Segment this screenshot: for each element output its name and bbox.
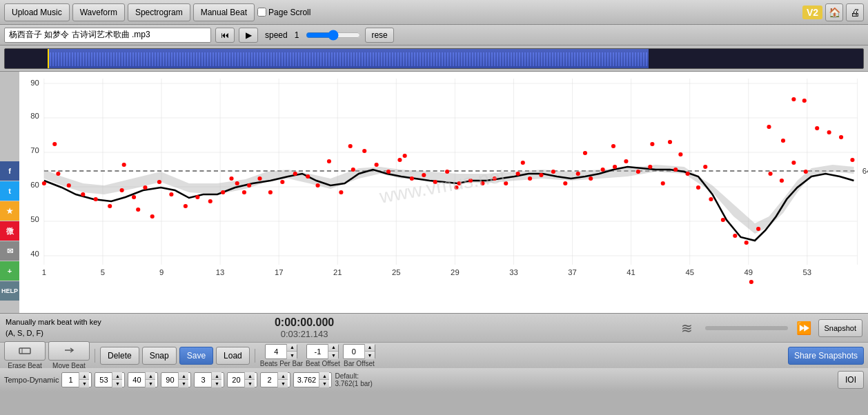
fast-forward-icon[interactable]: ⏩ bbox=[796, 321, 811, 336]
svg-point-131 bbox=[611, 144, 615, 148]
svg-point-124 bbox=[229, 176, 233, 181]
svg-point-69 bbox=[315, 183, 319, 188]
beats-per-bar-up[interactable]: ▲ bbox=[287, 344, 297, 352]
val3-input[interactable] bbox=[128, 376, 145, 384]
waveform-container[interactable] bbox=[4, 48, 864, 69]
svg-point-92 bbox=[589, 176, 593, 181]
move-beat-button[interactable] bbox=[48, 341, 90, 361]
svg-text:70: 70 bbox=[30, 146, 39, 154]
val6-spinner[interactable]: ▲ ▼ bbox=[227, 372, 257, 387]
help-button[interactable]: HELP bbox=[0, 281, 19, 301]
snapshot-button[interactable]: Snapshot bbox=[818, 319, 862, 337]
share-snapshot-button[interactable]: Share Snapshots bbox=[788, 347, 864, 365]
svg-point-115 bbox=[767, 125, 771, 129]
beats-per-bar-spinner[interactable]: ▲ ▼ bbox=[265, 344, 297, 359]
beats-per-bar-down[interactable]: ▼ bbox=[287, 352, 297, 359]
val2-input[interactable] bbox=[95, 376, 112, 384]
weibo-button[interactable]: 微 bbox=[0, 221, 19, 241]
upload-music-button[interactable]: Upload Music bbox=[4, 3, 70, 21]
bar-offset-spinner[interactable]: ▲ ▼ bbox=[343, 344, 375, 359]
svg-point-104 bbox=[733, 234, 737, 238]
beats-per-bar-input[interactable] bbox=[266, 347, 286, 356]
svg-point-130 bbox=[583, 151, 587, 155]
tempo-label: Tempo-Dynamic bbox=[4, 376, 59, 384]
svg-point-114 bbox=[850, 158, 854, 162]
bar-offset-down[interactable]: ▼ bbox=[365, 352, 375, 359]
print-icon-button[interactable]: 🖨 bbox=[846, 3, 864, 21]
time-display: 0:00:00.000 0:03:21.143 bbox=[275, 316, 334, 339]
speed-slider[interactable] bbox=[306, 30, 361, 41]
page-scroll-checkbox[interactable] bbox=[257, 8, 266, 17]
val6-input[interactable] bbox=[228, 376, 244, 384]
val7-spinner[interactable]: ▲ ▼ bbox=[260, 372, 290, 387]
move-beat-label: Move Beat bbox=[52, 362, 86, 370]
add-button[interactable]: + bbox=[0, 261, 19, 281]
svg-point-123 bbox=[150, 214, 155, 219]
snap-button[interactable]: Snap bbox=[142, 347, 177, 365]
delete-button[interactable]: Delete bbox=[100, 347, 139, 365]
manual-beat-button[interactable]: Manual Beat bbox=[193, 3, 255, 21]
svg-point-72 bbox=[351, 168, 355, 172]
reset-button[interactable]: rese bbox=[365, 28, 393, 43]
svg-point-56 bbox=[157, 180, 161, 184]
beat-offset-spinner[interactable]: ▲ ▼ bbox=[306, 344, 339, 359]
bar-offset-input[interactable] bbox=[344, 347, 364, 356]
val2-spinner[interactable]: ▲ ▼ bbox=[95, 372, 125, 387]
status-text: Manually mark beat with key (A, S, D, F) bbox=[6, 317, 101, 338]
svg-point-55 bbox=[143, 185, 147, 190]
svg-point-86 bbox=[516, 172, 520, 176]
svg-point-125 bbox=[242, 190, 246, 194]
svg-text:53: 53 bbox=[803, 268, 812, 276]
erase-beat-label: Erase Beat bbox=[8, 362, 41, 370]
svg-point-112 bbox=[827, 130, 831, 134]
bar-offset-label: Bar Offset bbox=[344, 360, 375, 367]
svg-text:40: 40 bbox=[30, 250, 39, 258]
file-name-input[interactable] bbox=[4, 28, 211, 43]
val5-spinner[interactable]: ▲ ▼ bbox=[194, 372, 224, 387]
svg-point-49 bbox=[67, 183, 71, 188]
ioi-button[interactable]: IOI bbox=[838, 371, 864, 389]
val1-spinner[interactable]: ▲ ▼ bbox=[61, 372, 92, 387]
bar-offset-up[interactable]: ▲ bbox=[365, 344, 375, 352]
val5-input[interactable] bbox=[195, 376, 211, 384]
val8-input[interactable] bbox=[294, 376, 319, 384]
star-button[interactable]: ★ bbox=[0, 201, 19, 221]
beat-offset-down[interactable]: ▼ bbox=[328, 352, 338, 359]
home-icon-button[interactable]: 🏠 bbox=[825, 3, 843, 21]
page-scroll-label[interactable]: Page Scroll bbox=[257, 8, 310, 17]
svg-point-103 bbox=[721, 218, 725, 222]
val4-spinner[interactable]: ▲ ▼ bbox=[161, 372, 191, 387]
svg-point-53 bbox=[120, 188, 124, 192]
load-button[interactable]: Load bbox=[216, 347, 250, 365]
val1-input[interactable] bbox=[62, 376, 79, 384]
svg-text:49: 49 bbox=[744, 268, 753, 276]
svg-point-59 bbox=[195, 195, 199, 199]
facebook-button[interactable]: f bbox=[0, 161, 19, 181]
val3-spinner[interactable]: ▲ ▼ bbox=[128, 372, 158, 387]
val4-input[interactable] bbox=[161, 376, 178, 384]
svg-text:64.6: 64.6 bbox=[862, 167, 868, 175]
waveform-button[interactable]: Waveform bbox=[72, 3, 125, 21]
svg-text:25: 25 bbox=[392, 268, 401, 276]
beat-offset-input[interactable] bbox=[307, 347, 328, 356]
svg-point-75 bbox=[386, 170, 391, 174]
svg-point-89 bbox=[551, 170, 555, 174]
svg-point-62 bbox=[235, 181, 239, 185]
svg-text:33: 33 bbox=[509, 268, 518, 276]
volume-slider-track[interactable] bbox=[705, 326, 788, 330]
save-button[interactable]: Save bbox=[179, 347, 213, 365]
speed-label: speed bbox=[265, 30, 288, 40]
email-button[interactable]: ✉ bbox=[0, 241, 19, 261]
erase-beat-button[interactable] bbox=[4, 341, 46, 361]
rewind-button[interactable]: ⏮ bbox=[215, 28, 235, 43]
val8-spinner[interactable]: ▲ ▼ bbox=[293, 372, 332, 387]
val7-input[interactable] bbox=[261, 376, 277, 384]
twitter-button[interactable]: t bbox=[0, 181, 19, 201]
svg-text:37: 37 bbox=[568, 268, 577, 276]
svg-point-50 bbox=[81, 192, 85, 196]
spectrogram-button[interactable]: Spectrogram bbox=[128, 3, 190, 21]
svg-text:9: 9 bbox=[159, 268, 164, 276]
play-button[interactable]: ▶ bbox=[239, 28, 258, 43]
beat-offset-up[interactable]: ▲ bbox=[328, 344, 338, 352]
svg-point-107 bbox=[768, 172, 772, 176]
